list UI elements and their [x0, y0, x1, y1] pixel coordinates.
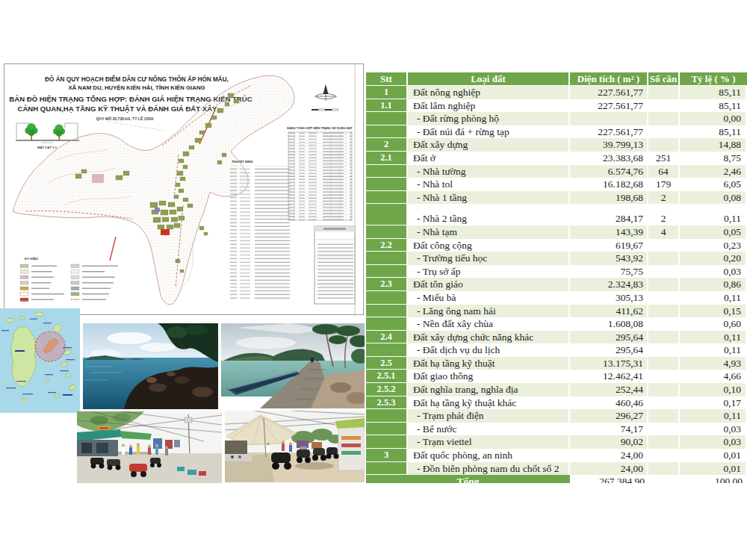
cell-stt [366, 265, 408, 279]
cell-name: Đất xây dựng [408, 138, 570, 152]
cell-name: - Nhà tạm [408, 225, 570, 239]
cell-can [648, 305, 680, 318]
cell-pct: 0,11 [680, 331, 747, 344]
cell-pct: 0,60 [680, 317, 747, 331]
cell-pct: 85,11 [680, 99, 747, 113]
cell-area: 227.561,77 [570, 99, 648, 113]
cell-name: Đất ở [408, 152, 570, 165]
cell-area: 295,64 [570, 331, 648, 344]
map-title-frame [314, 226, 355, 304]
cell-can [648, 239, 680, 252]
cell-can: 251 [648, 152, 680, 165]
cell-pct: 0,00 [680, 112, 747, 125]
scale-bar [311, 109, 338, 111]
total-units [650, 475, 681, 483]
land-table-row: 2.5Đất hạ tầng kỹ thuật13.175,314,93 [366, 357, 747, 370]
land-table-body: 1Đất nông nghiệp227.561,7785,111.1Đất lâ… [366, 86, 747, 475]
purple-zone-patch [155, 208, 160, 212]
cell-can [648, 343, 680, 357]
land-table-row: - Trường tiểu học543,920,20 [366, 252, 747, 265]
cell-pct: 0,20 [680, 252, 747, 265]
map-title-4: CẢNH QUAN,HẠ TẦNG KỸ THUẬT VÀ ĐÁNH GIÁ Đ… [17, 105, 217, 113]
land-table-row: - Đất dịch vụ du lịch295,640,11 [366, 343, 747, 357]
cell-stt: 3 [366, 449, 408, 462]
cell-stt [366, 435, 408, 449]
cell-stt [366, 191, 408, 205]
cell-can: 4 [648, 225, 680, 239]
cell-stt: 2 [366, 138, 408, 152]
page: ĐỒ ÁN QUY HOẠCH ĐIỂM DÂN CƯ NÔNG THÔN ẤP… [0, 0, 747, 560]
cell-area: 198,68 [570, 191, 648, 205]
cell-stt: 2.5.3 [366, 396, 408, 410]
cell-stt [366, 343, 408, 357]
planning-map: ĐỒ ÁN QUY HOẠCH ĐIỂM DÂN CƯ NÔNG THÔN ẤP… [4, 63, 364, 315]
cell-name: - Đất dịch vụ du lịch [408, 343, 570, 357]
land-table-row: - Đất rừng phòng hộ0,00 [366, 112, 747, 125]
land-table-row: - Nhà tạm143,3940,05 [366, 225, 747, 239]
planning-map-sheet: ĐỒ ÁN QUY HOẠCH ĐIỂM DÂN CƯ NÔNG THÔN ẤP… [4, 63, 364, 315]
land-table-row: 2.4Đất xây dựng chức năng khác295,640,11 [366, 331, 747, 344]
cell-pct: 0,86 [680, 278, 747, 291]
cell-pct: 0,17 [680, 396, 747, 410]
cell-area [570, 112, 648, 125]
cell-can [648, 291, 680, 305]
island-locator-map [0, 308, 80, 413]
cell-name: - Trạm viettel [408, 435, 570, 449]
cell-pct: 85,11 [680, 125, 747, 139]
total-pct: 100,00 [681, 475, 747, 483]
cell-name: Đất hạ tầng kỹ thuật khác [408, 396, 570, 410]
cell-can [648, 86, 680, 99]
land-table-row: 1.1Đất lâm nghiệp227.561,7785,11 [366, 99, 747, 113]
cell-can [648, 278, 680, 291]
cell-name: Đất tôn giáo [408, 278, 570, 291]
col-header-stt: Stt [366, 72, 408, 86]
col-header-area: Diện tích ( m² ) [570, 72, 648, 86]
cell-stt [366, 409, 408, 423]
col-header-units: Số căn [648, 72, 680, 86]
cell-can: 64 [648, 165, 680, 178]
cell-name: - Nền đất xây chùa [408, 317, 570, 331]
cell-pct: 85,11 [680, 86, 747, 99]
photo-rocky-coast [83, 323, 218, 409]
cell-pct: 0,15 [680, 305, 747, 318]
cell-can [648, 125, 680, 139]
cell-area: 24,00 [570, 462, 648, 476]
land-table-row: - Lăng ông nam hải411,620,15 [366, 305, 747, 318]
cell-stt: 2.2 [366, 239, 408, 252]
cell-can [648, 99, 680, 113]
cell-name: - Đất rừng phòng hộ [408, 112, 570, 125]
cell-area: 39.799,13 [570, 138, 648, 152]
cell-stt [366, 317, 408, 331]
cell-name: Đất quốc phòng, an ninh [408, 449, 570, 462]
cell-pct: 0,23 [680, 239, 747, 252]
highlight-circle [35, 332, 65, 361]
map-scale-label: QUY MÔ 26,738 HA, TỶ LỆ 1/500 [96, 116, 154, 121]
cell-area: 23.383,68 [570, 152, 648, 165]
map-summary-table: BẢNG TỔNG HỢP HIỆN TRẠNG SỬ DỤNG ĐẤT [287, 126, 353, 220]
cell-can [648, 449, 680, 462]
land-table-row: - Nhà 1 tầng198,6820,08 [366, 191, 747, 205]
cell-stt [366, 423, 408, 436]
cell-area: 252,44 [570, 383, 648, 396]
land-table-row: - Nhà tường6.574,76642,46 [366, 165, 747, 178]
cell-stt [366, 252, 408, 265]
cell-name: - Trụ sở ấp [408, 265, 570, 279]
cell-area: 411,62 [570, 305, 648, 318]
photo-market-street [77, 411, 222, 483]
cell-stt: 2.5.2 [366, 383, 408, 396]
cell-area: 227.561,77 [570, 86, 648, 99]
cell-name: - Lăng ông nam hải [408, 305, 570, 318]
land-table-row: - Miếu bà305,130,11 [366, 291, 747, 305]
cell-stt: 1.1 [366, 99, 408, 113]
cell-area: 16.182,68 [570, 178, 648, 191]
map-notes: THUYẾT MINH [230, 160, 290, 299]
cell-pct: 8,75 [680, 152, 747, 165]
cell-pct: 0,10 [680, 383, 747, 396]
cell-pct: 14,88 [680, 138, 747, 152]
cell-area: 284,17 [570, 212, 648, 225]
cell-can: 179 [648, 178, 680, 191]
cell-pct: 0,11 [680, 291, 747, 305]
cell-area: 619,67 [570, 239, 648, 252]
land-table-row: - Nhà tol16.182,681796,05 [366, 178, 747, 191]
cell-area: 143,39 [570, 225, 648, 239]
